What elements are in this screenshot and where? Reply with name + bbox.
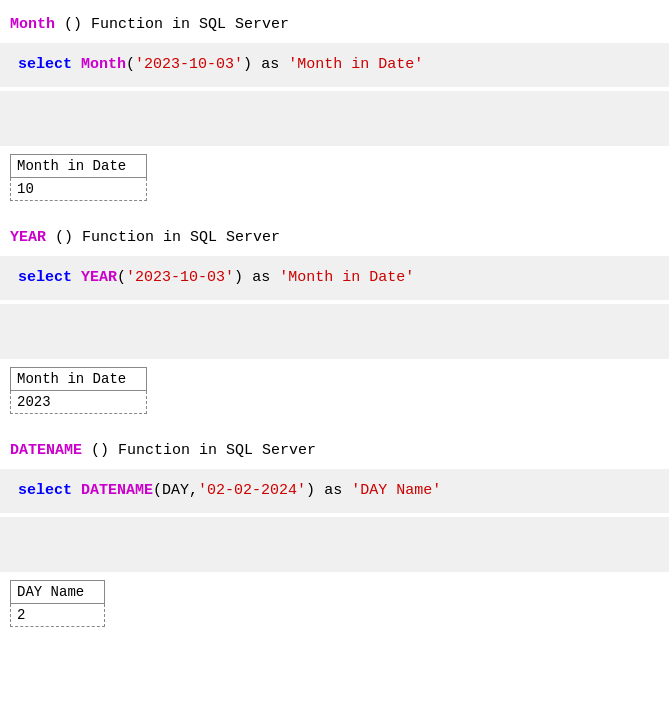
- year-keyword: YEAR: [10, 229, 46, 246]
- paren-close-2: ): [234, 269, 243, 286]
- year-heading: YEAR () Function in SQL Server: [0, 223, 669, 252]
- month-result-container: Month in Date 10: [0, 146, 669, 213]
- year-func: YEAR: [81, 269, 117, 286]
- paren-open-1: (: [126, 56, 135, 73]
- month-section: Month () Function in SQL Server select M…: [0, 10, 669, 213]
- datename-col-header: DAY Name: [11, 581, 105, 604]
- as-keyword-2: as: [252, 269, 279, 286]
- paren-open-3: (: [153, 482, 162, 499]
- month-keyword: Month: [10, 16, 55, 33]
- paren-close-1: ): [243, 56, 252, 73]
- datename-result-container: DAY Name 2: [0, 572, 669, 639]
- as-keyword-1: as: [261, 56, 288, 73]
- as-keyword-3: as: [324, 482, 351, 499]
- datename-heading-rest: () Function in SQL Server: [82, 442, 316, 459]
- year-result-area: [0, 304, 669, 359]
- year-arg: '2023-10-03': [126, 269, 234, 286]
- month-col-header: Month in Date: [11, 155, 147, 178]
- year-result-table: Month in Date 2023: [10, 367, 147, 414]
- month-alias: 'Month in Date': [288, 56, 423, 73]
- datename-col-value: 2: [11, 604, 105, 627]
- month-heading: Month () Function in SQL Server: [0, 10, 669, 39]
- datename-alias: 'DAY Name': [351, 482, 441, 499]
- select-keyword-1: select: [18, 56, 72, 73]
- year-col-value: 2023: [11, 391, 147, 414]
- year-result-container: Month in Date 2023: [0, 359, 669, 426]
- year-heading-rest: () Function in SQL Server: [46, 229, 280, 246]
- select-keyword-2: select: [18, 269, 72, 286]
- year-code-block: select YEAR('2023-10-03') as 'Month in D…: [0, 256, 669, 300]
- month-code-block: select Month('2023-10-03') as 'Month in …: [0, 43, 669, 87]
- month-heading-rest: () Function in SQL Server: [55, 16, 289, 33]
- year-col-header: Month in Date: [11, 368, 147, 391]
- year-section: YEAR () Function in SQL Server select YE…: [0, 223, 669, 426]
- datename-arg2: '02-02-2024': [198, 482, 306, 499]
- paren-close-3: ): [306, 482, 315, 499]
- select-keyword-3: select: [18, 482, 72, 499]
- datename-code-block: select DATENAME(DAY,'02-02-2024') as 'DA…: [0, 469, 669, 513]
- datename-func: DATENAME: [81, 482, 153, 499]
- month-arg: '2023-10-03': [135, 56, 243, 73]
- datename-keyword: DATENAME: [10, 442, 82, 459]
- datename-result-area: [0, 517, 669, 572]
- datename-result-table: DAY Name 2: [10, 580, 105, 627]
- month-col-value: 10: [11, 178, 147, 201]
- datename-arg1: DAY,: [162, 482, 198, 499]
- month-result-table: Month in Date 10: [10, 154, 147, 201]
- year-alias: 'Month in Date': [279, 269, 414, 286]
- datename-heading: DATENAME () Function in SQL Server: [0, 436, 669, 465]
- month-result-area: [0, 91, 669, 146]
- paren-open-2: (: [117, 269, 126, 286]
- month-func: Month: [81, 56, 126, 73]
- datename-section: DATENAME () Function in SQL Server selec…: [0, 436, 669, 639]
